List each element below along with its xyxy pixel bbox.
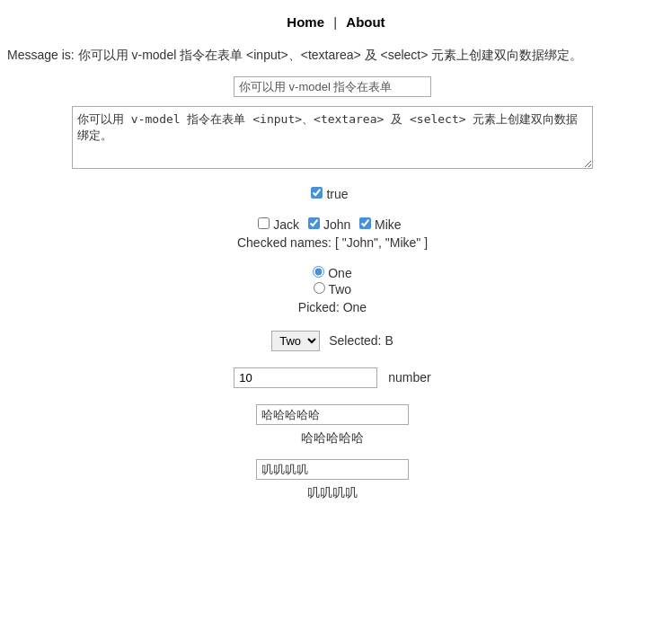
selected-value: B: [385, 333, 393, 348]
john-checkbox[interactable]: [308, 217, 320, 229]
checked-names-display: Checked names: [ "John", "Mike" ]: [7, 235, 658, 250]
john-label: John: [323, 217, 350, 232]
short-input[interactable]: [234, 76, 431, 97]
radio-two-label[interactable]: Two: [7, 282, 658, 296]
checked-names-values: [ "John", "Mike" ]: [335, 235, 428, 250]
radio-group-section: One Two Picked: One: [7, 266, 658, 314]
radio-one-text: One: [328, 266, 351, 280]
nav-separator: |: [333, 14, 337, 30]
trim-section: 叽叽叽叽: [7, 459, 658, 501]
number-label: number: [388, 370, 430, 385]
radio-one[interactable]: [313, 266, 324, 278]
message-line: Message is: 你可以用 v-model 指令在表单 <input>、<…: [7, 48, 658, 64]
selected-label: Selected:: [329, 333, 381, 348]
jack-checkbox[interactable]: [258, 217, 270, 229]
home-link[interactable]: Home: [287, 14, 324, 30]
single-checkbox-label[interactable]: true: [311, 187, 348, 201]
radio-two-text: Two: [328, 282, 351, 296]
number-input[interactable]: [234, 367, 377, 388]
main-nav: Home | About: [0, 0, 672, 40]
message-prefix: Message is:: [7, 48, 75, 62]
lazy-section: 哈哈哈哈哈: [7, 404, 658, 447]
picked-label: Picked:: [298, 300, 340, 314]
trim-display: 叽叽叽叽: [7, 485, 658, 501]
main-content: Message is: 你可以用 v-model 指令在表单 <input>、<…: [0, 40, 672, 532]
radio-one-label[interactable]: One: [7, 266, 658, 280]
john-checkbox-label[interactable]: John: [308, 217, 354, 232]
select-section: A Two C Selected: B: [7, 331, 658, 351]
single-checkbox-section: true: [7, 187, 658, 201]
jack-label: Jack: [273, 217, 299, 232]
lazy-input[interactable]: [256, 404, 409, 425]
checkbox-group-section: Jack John Mike Checked names: [ "John", …: [7, 217, 658, 250]
select-dropdown[interactable]: A Two C: [271, 331, 320, 351]
single-checkbox-text: true: [326, 187, 348, 201]
mike-checkbox[interactable]: [359, 217, 371, 229]
radio-two[interactable]: [314, 282, 325, 294]
message-text: 你可以用 v-model 指令在表单 <input>、<textarea> 及 …: [78, 48, 583, 62]
main-textarea[interactable]: 你可以用 v-model 指令在表单 <input>、<textarea> 及 …: [72, 106, 593, 169]
checked-names-prefix: Checked names:: [237, 235, 332, 250]
number-section: number: [7, 367, 658, 388]
about-link[interactable]: About: [346, 14, 385, 30]
picked-value: One: [343, 300, 367, 314]
single-checkbox[interactable]: [311, 187, 323, 199]
trim-input[interactable]: [256, 459, 409, 480]
mike-checkbox-label[interactable]: Mike: [359, 217, 401, 232]
jack-checkbox-label[interactable]: Jack: [258, 217, 303, 232]
lazy-display: 哈哈哈哈哈: [7, 430, 658, 447]
picked-display: Picked: One: [7, 300, 658, 314]
mike-label: Mike: [375, 217, 402, 232]
